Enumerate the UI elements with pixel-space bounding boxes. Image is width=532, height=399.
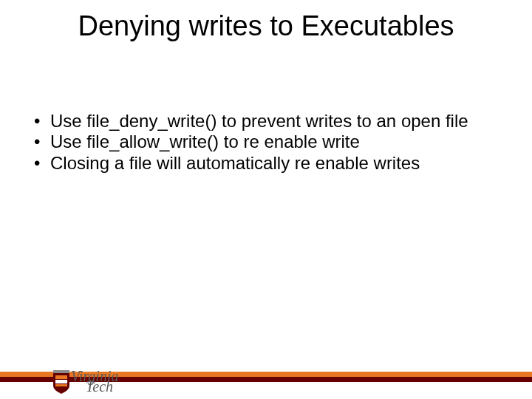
svg-rect-2 [55, 380, 67, 383]
slide-footer: Virginia Tech [0, 341, 532, 399]
list-item: Use file_allow_write() to re enable writ… [30, 132, 502, 152]
vt-shield-icon [52, 369, 71, 395]
slide-title: Denying writes to Executables [0, 10, 532, 42]
svg-rect-0 [53, 370, 69, 373]
list-item: Closing a file will automatically re ena… [30, 153, 502, 174]
vt-logo-text: Virginia Tech [71, 370, 118, 394]
svg-rect-1 [55, 375, 67, 379]
slide: Denying writes to Executables Use file_d… [0, 0, 532, 399]
vt-logo: Virginia Tech [52, 369, 118, 395]
svg-rect-3 [55, 384, 67, 386]
slide-content: Use file_deny_write() to prevent writes … [30, 111, 502, 174]
logo-line2: Tech [86, 381, 118, 393]
list-item: Use file_deny_write() to prevent writes … [30, 111, 502, 132]
bullet-list: Use file_deny_write() to prevent writes … [30, 111, 502, 174]
